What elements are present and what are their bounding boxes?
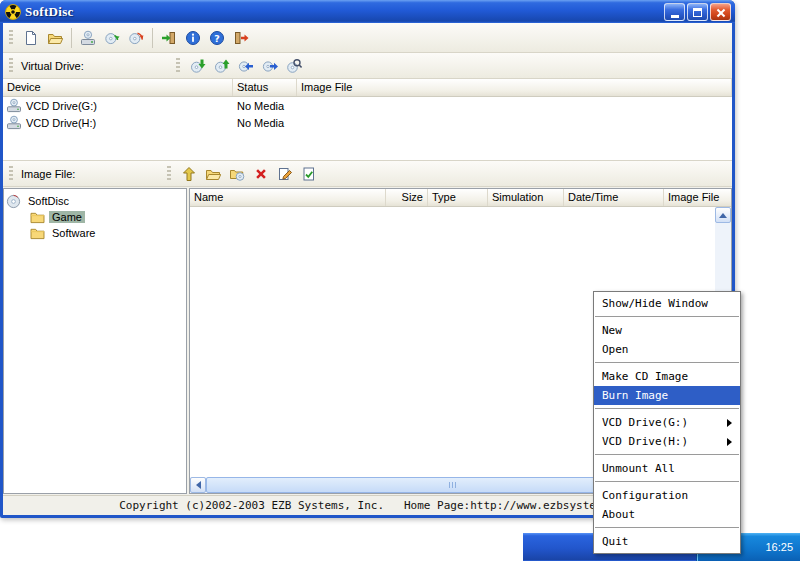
device-status: No Media — [233, 100, 297, 112]
menu-item-label: VCD Drive(H:) — [602, 435, 688, 448]
column-header-simulation[interactable]: Simulation — [488, 189, 564, 206]
svg-text:?: ? — [214, 32, 220, 43]
refresh-drives-button[interactable] — [100, 27, 124, 49]
drive-icon — [6, 115, 22, 131]
drive-properties-button[interactable] — [282, 55, 306, 77]
toolbar-separator — [152, 28, 153, 48]
device-row[interactable]: VCD Drive(H:) No Media — [3, 114, 732, 131]
extract-file-button[interactable] — [177, 163, 201, 185]
unmount-all-button[interactable] — [258, 55, 282, 77]
new-image-button[interactable] — [19, 27, 43, 49]
burn-disc-button[interactable] — [124, 27, 148, 49]
add-image-button[interactable] — [225, 163, 249, 185]
help-button[interactable]: ? — [205, 27, 229, 49]
virtual-drive-toolbar: Virtual Drive: — [3, 53, 732, 79]
extract-file-icon — [181, 166, 197, 182]
minimize-button[interactable] — [664, 3, 685, 21]
unmount-image-button[interactable] — [210, 55, 234, 77]
mount-all-button[interactable] — [234, 55, 258, 77]
menu-item-make-cd-image[interactable]: Make CD Image — [594, 367, 740, 386]
clock: 16:25 — [765, 541, 793, 553]
menu-item-vcd-drive-h[interactable]: VCD Drive(H:) — [594, 432, 740, 451]
column-header-status[interactable]: Status — [233, 79, 297, 96]
maximize-icon — [693, 8, 702, 17]
menu-separator — [595, 316, 739, 317]
column-header-size[interactable]: Size — [386, 189, 428, 206]
arrow-up-icon — [719, 213, 727, 218]
add-image-icon — [229, 166, 245, 182]
column-header-device[interactable]: Device — [3, 79, 233, 96]
radiation-app-icon[interactable] — [5, 4, 21, 20]
menu-item-label: VCD Drive(G:) — [602, 416, 688, 429]
toolbar-grip[interactable] — [9, 58, 13, 74]
delete-button[interactable] — [249, 163, 273, 185]
tray-context-menu: Show/Hide Window New Open Make CD Image … — [593, 291, 741, 554]
tree-item-game[interactable]: Game — [6, 209, 184, 225]
menu-item-about[interactable]: About — [594, 505, 740, 524]
image-file-toolbar: Image File: — [3, 161, 732, 187]
exit-button[interactable] — [229, 27, 253, 49]
file-list-header: Name Size Type Simulation Date/Time Imag… — [190, 189, 731, 207]
open-image-button[interactable] — [43, 27, 67, 49]
menu-item-quit[interactable]: Quit — [594, 532, 740, 551]
device-name: VCD Drive(H:) — [26, 117, 96, 129]
open-folder-button[interactable] — [201, 163, 225, 185]
verify-icon — [301, 166, 317, 182]
column-header-type[interactable]: Type — [428, 189, 488, 206]
verify-button[interactable] — [297, 163, 321, 185]
tree-item-label: Software — [49, 227, 98, 239]
window-controls — [662, 3, 731, 21]
toolbar-grip[interactable] — [9, 30, 13, 46]
help-icon: ? — [209, 30, 225, 46]
tree-item-software[interactable]: Software — [6, 225, 184, 241]
menu-item-new[interactable]: New — [594, 321, 740, 340]
device-row[interactable]: VCD Drive(G:) No Media — [3, 97, 732, 114]
image-file-label: Image File: — [21, 168, 75, 180]
menu-item-configuration[interactable]: Configuration — [594, 486, 740, 505]
status-text: Copyright (c)2002-2003 EZB Systems, Inc.… — [119, 499, 616, 512]
column-header-datetime[interactable]: Date/Time — [564, 189, 664, 206]
open-folder-icon — [205, 166, 221, 182]
arrow-left-icon — [196, 481, 201, 489]
column-header-name[interactable]: Name — [190, 189, 386, 206]
burn-disc-icon — [128, 30, 144, 46]
submenu-arrow-icon — [727, 438, 732, 446]
virtual-drive-icon — [80, 30, 96, 46]
device-list-body: VCD Drive(G:) No Media VCD Drive(H:) No … — [3, 97, 732, 160]
new-image-icon — [23, 30, 39, 46]
menu-item-unmount-all[interactable]: Unmount All — [594, 459, 740, 478]
tree-item-label: Game — [49, 211, 85, 223]
mount-image-button[interactable] — [186, 55, 210, 77]
submenu-arrow-icon — [727, 419, 732, 427]
show-window-icon — [161, 30, 177, 46]
device-list-header: Device Status Image File — [3, 79, 732, 97]
menu-item-open[interactable]: Open — [594, 340, 740, 359]
show-window-button[interactable] — [157, 27, 181, 49]
unmount-all-icon — [262, 58, 278, 74]
edit-button[interactable] — [273, 163, 297, 185]
scroll-left-button[interactable] — [190, 477, 206, 493]
toolbar-grip[interactable] — [176, 58, 180, 74]
tree-root-softdisc[interactable]: SoftDisc — [6, 193, 184, 209]
mount-all-icon — [238, 58, 254, 74]
drive-icon — [6, 98, 22, 114]
about-button[interactable] — [181, 27, 205, 49]
device-list: Device Status Image File VCD Drive(G:) N… — [3, 79, 732, 161]
column-header-image-file[interactable]: Image File — [297, 79, 732, 96]
close-button[interactable] — [710, 3, 731, 21]
window-title: SoftDisc — [25, 4, 662, 20]
folder-icon — [30, 227, 45, 240]
menu-item-vcd-drive-g[interactable]: VCD Drive(G:) — [594, 413, 740, 432]
virtual-drive-label: Virtual Drive: — [21, 60, 84, 72]
toolbar-grip[interactable] — [9, 166, 13, 182]
toolbar-grip[interactable] — [167, 166, 171, 182]
drive-properties-icon — [286, 58, 302, 74]
refresh-drives-icon — [104, 30, 120, 46]
column-header-image-file[interactable]: Image File — [664, 189, 731, 206]
menu-item-burn-image[interactable]: Burn Image — [594, 386, 740, 405]
menu-item-show-hide-window[interactable]: Show/Hide Window — [594, 294, 740, 313]
scroll-up-button[interactable] — [715, 207, 731, 223]
titlebar[interactable]: SoftDisc — [0, 0, 735, 23]
virtual-drive-button[interactable] — [76, 27, 100, 49]
maximize-button[interactable] — [687, 3, 708, 21]
